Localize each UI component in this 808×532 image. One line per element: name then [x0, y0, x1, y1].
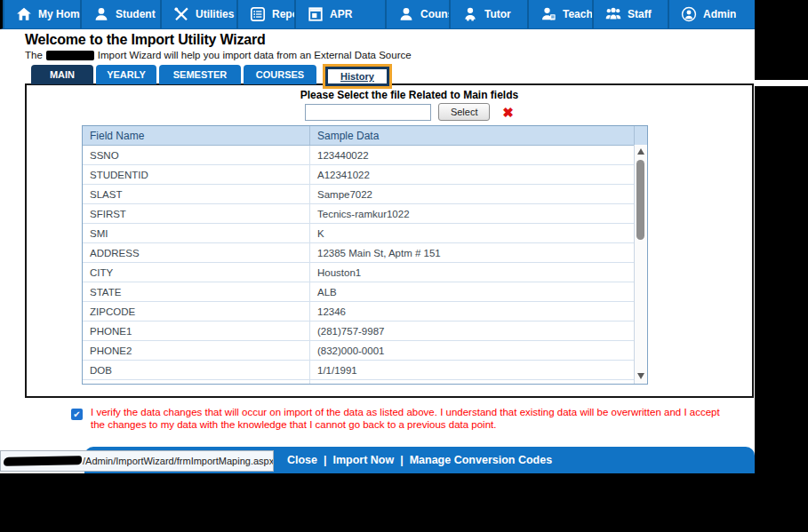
sample-data-cell: 123440022 [310, 146, 634, 164]
column-header-field-name: Field Name [83, 126, 310, 145]
nav-item-label: Student [116, 8, 156, 20]
wizard-tab[interactable]: MAIN [31, 65, 93, 84]
wizard-tab[interactable]: SEMESTER [159, 65, 241, 84]
table-row: SSNO 123440022 [83, 146, 634, 165]
wizard-tab[interactable]: YEARLY [96, 65, 156, 84]
nav-item-label: Utilities [196, 8, 234, 20]
nav-icon [16, 6, 32, 22]
table-row: DOB 1/1/1991 [83, 361, 634, 380]
verify-warning-text: I verify the data changes that will occu… [91, 406, 731, 431]
sample-data-cell: Houston1 [310, 263, 634, 282]
footer-action-link[interactable]: Manage Conversion Codes [410, 454, 552, 466]
footer-action-link[interactable]: Close [287, 454, 317, 466]
field-name-cell: PHONE1 [83, 322, 310, 340]
nav-item[interactable]: Reports [236, 0, 294, 28]
table-row: CITY Houston1 [83, 263, 634, 282]
field-name-cell: ENTRYDATE [83, 380, 310, 385]
table-row: ZIPCODE 12346 [83, 302, 634, 322]
table-row: PHONE2 (832)000-0001 [83, 341, 634, 361]
table-row: STUDENTID A12341022 [83, 165, 634, 185]
nav-item-label: Counselor [420, 8, 449, 20]
app-window: My Home Student Utilities Reports APR [0, 0, 755, 473]
field-name-cell: ZIPCODE [83, 302, 310, 321]
scroll-up-arrow-icon[interactable] [635, 147, 647, 157]
sample-data-cell: A12341022 [310, 165, 634, 184]
redaction-box [46, 51, 94, 60]
file-path-input[interactable] [305, 104, 431, 121]
file-select-prompt: Please Select the file Related to Main f… [27, 89, 752, 101]
nav-item[interactable]: Student [80, 0, 160, 28]
nav-item[interactable]: Admin [668, 0, 736, 28]
nav-item-label: Tutor [484, 8, 511, 20]
nav-item[interactable]: Counselor [385, 0, 449, 28]
nav-icon [540, 6, 556, 22]
sample-data-cell: K [310, 224, 634, 242]
sample-data-cell: (832)000-0001 [310, 341, 634, 360]
panel-edge-notch [755, 80, 808, 86]
table-row: SFIRST Tecnics-ramkur1022 [83, 204, 634, 224]
nav-item-label: Teacher [563, 8, 592, 20]
tab-history[interactable]: History [328, 69, 387, 83]
footer-item: Import Now | [332, 454, 409, 466]
footer-action-link[interactable]: Import Now [332, 454, 394, 466]
status-url-path: /Admin/ImportWizard/frmImportMaping.aspx… [83, 456, 274, 466]
nav-icon [93, 6, 109, 22]
table-header-row: Field Name Sample Data [83, 126, 647, 146]
table-row: ADDRESS 12385 Main St, Aptm # 151 [83, 243, 634, 263]
wizard-tabs: MAIN YEARLY SEMESTER COURSES History [31, 64, 392, 84]
field-name-cell: PHONE2 [83, 341, 310, 360]
nav-item[interactable]: Staff [592, 0, 668, 28]
nav-icon [681, 6, 697, 22]
status-url-bar: /Admin/ImportWizard/frmImportMaping.aspx… [0, 450, 274, 472]
nav-item[interactable]: Tutor [449, 0, 527, 28]
verify-checkbox[interactable]: ✔ [71, 409, 83, 420]
nav-icon [250, 6, 266, 22]
nav-icon [308, 6, 324, 22]
sample-data-cell: 12385 Main St, Aptm # 151 [310, 243, 634, 262]
table-scrollbar[interactable] [634, 145, 647, 384]
table-row: SLAST Sampe7022 [83, 185, 634, 204]
table-row: PHONE1 (281)757-9987 [83, 322, 634, 341]
field-name-cell: SLAST [83, 185, 310, 203]
nav-item[interactable]: Utilities [160, 0, 236, 28]
nav-item-label: Reports [272, 8, 294, 20]
red-x-icon[interactable]: ✖ [502, 106, 514, 119]
sample-data-cell: 9/1/2015 [310, 380, 634, 385]
scroll-down-arrow-icon[interactable] [635, 371, 647, 382]
nav-icon [173, 6, 189, 22]
field-name-cell: DOB [83, 361, 310, 379]
nav-item-label: Staff [628, 8, 652, 20]
sample-data-cell: ALB [310, 282, 634, 301]
page-subtitle: The Import Wizard will help you import d… [25, 50, 412, 60]
table-row: STATE ALB [83, 282, 634, 302]
nav-item[interactable]: APR [294, 0, 385, 28]
nav-item[interactable]: Teacher [527, 0, 592, 28]
field-mapping-table: Field Name Sample Data SSNO 123440022 ST… [82, 125, 648, 385]
sample-data-cell: 1/1/1991 [310, 361, 634, 379]
tab-history-highlight[interactable]: History [323, 64, 392, 89]
import-panel: Please Select the file Related to Main f… [25, 83, 754, 398]
nav-item[interactable]: My Home [3, 0, 80, 28]
table-row: ENTRYDATE 9/1/2015 [83, 380, 634, 385]
redaction-scribble [4, 456, 82, 466]
page-title: Welcome to the Import Utility Wizard [25, 32, 266, 48]
nav-icon [462, 6, 478, 22]
nav-icon [398, 6, 414, 22]
footer-item: Manage Conversion Codes | [410, 454, 552, 466]
field-name-cell: CITY [83, 263, 310, 282]
field-name-cell: STATE [83, 282, 310, 301]
file-select-row: Select ✖ [27, 103, 752, 121]
subtitle-prefix: The [25, 50, 43, 60]
nav-item-label: My Home [38, 8, 80, 20]
footer-separator: | [324, 454, 327, 466]
table-row: SMI K [83, 224, 634, 243]
scrollbar-thumb[interactable] [636, 160, 644, 240]
wizard-tab[interactable]: COURSES [244, 65, 316, 84]
top-nav: My Home Student Utilities Reports APR [0, 0, 755, 29]
select-file-button[interactable]: Select [438, 103, 490, 121]
table-body: SSNO 123440022 STUDENTID A12341022 SLAST… [83, 146, 634, 385]
field-name-cell: SFIRST [83, 204, 310, 223]
subtitle-suffix: Import Wizard will help you import data … [98, 50, 412, 60]
nav-icon [605, 6, 621, 22]
sample-data-cell: 12346 [310, 302, 634, 321]
